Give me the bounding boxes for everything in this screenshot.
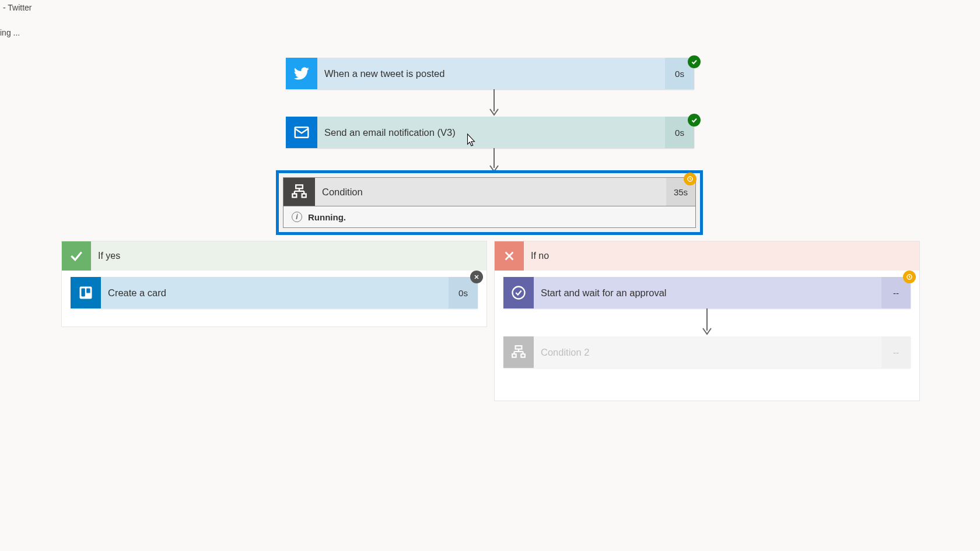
condition-running-text: Running. [308,212,346,222]
condition-icon [503,336,534,368]
svg-rect-27 [521,354,525,357]
svg-rect-21 [516,346,522,349]
svg-rect-9 [302,194,306,198]
condition-icon [284,178,315,206]
svg-rect-8 [292,194,296,198]
loading-indicator: ing ... [0,28,20,37]
success-badge-icon [688,55,701,68]
cancelled-badge-icon [470,271,483,283]
trigger-step-twitter[interactable]: When a new tweet is posted 0s [286,58,694,89]
branch-if-no[interactable]: If no Start and wait for an approval -- … [494,241,920,401]
condition-header[interactable]: Condition 35s [283,177,696,206]
condition2-duration: -- [881,336,911,368]
create-card-label: Create a card [101,277,449,308]
pending-badge-icon [903,271,916,283]
branch-no-label: If no [524,241,919,271]
trigger-step-label: When a new tweet is posted [317,58,665,89]
condition-2-step[interactable]: Condition 2 -- [503,336,911,368]
condition2-label: Condition 2 [534,336,881,368]
condition-status-row: i Running. [283,206,696,228]
mail-icon [286,117,317,148]
approval-icon [503,277,534,308]
branch-yes-label: If yes [91,241,487,271]
twitter-icon [286,58,317,89]
svg-rect-13 [86,288,90,293]
svg-rect-12 [81,288,85,296]
trello-icon [71,277,101,308]
svg-point-18 [513,287,525,299]
branch-yes-header[interactable]: If yes [62,241,487,271]
email-step-label: Send an email notification (V3) [317,117,665,148]
action-step-send-email[interactable]: Send an email notification (V3) 0s [286,117,694,148]
check-icon [62,241,91,271]
pending-badge-icon [684,173,696,185]
success-badge-icon [688,114,701,127]
svg-rect-3 [296,185,303,188]
svg-rect-26 [512,354,516,357]
flow-connector-arrow [489,89,490,117]
info-icon: i [292,212,302,222]
approval-step-label: Start and wait for an approval [534,277,881,308]
condition-step[interactable]: Condition 35s i Running. [276,170,703,235]
flow-connector-arrow [495,308,919,336]
action-step-create-card[interactable]: Create a card 0s [71,277,478,308]
condition-label: Condition [315,178,666,206]
branch-no-header[interactable]: If no [495,241,919,271]
browser-tab-title: - Twitter [0,0,32,15]
action-step-start-approval[interactable]: Start and wait for an approval -- [503,277,911,308]
cross-icon [495,241,524,271]
branch-if-yes[interactable]: If yes Create a card 0s [61,241,487,327]
